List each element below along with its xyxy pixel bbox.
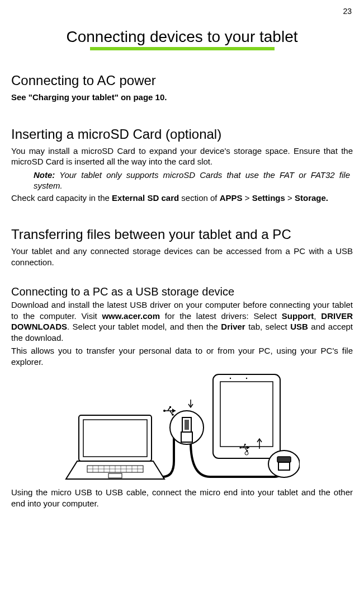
text-fragment: >	[285, 193, 295, 203]
laptop-icon	[66, 415, 164, 479]
note-body: Your tablet only supports microSD Cards …	[34, 170, 350, 191]
svg-rect-22	[181, 432, 192, 442]
svg-point-3	[229, 378, 230, 379]
microsd-p2: Check card capacity in the External SD c…	[11, 193, 353, 204]
svg-rect-18	[108, 473, 122, 478]
text-fragment: tab, select	[245, 322, 291, 331]
document-title: Connecting devices to your tablet	[11, 28, 353, 46]
svg-rect-21	[185, 420, 189, 430]
heading-ac-power: Connecting to AC power	[11, 73, 353, 88]
text-bold: Support	[282, 311, 314, 321]
svg-rect-31	[278, 462, 290, 470]
text-bold: Storage.	[295, 193, 328, 203]
pc-usb-p1: Download and install the latest USB driv…	[11, 299, 353, 343]
text-fragment: section of	[179, 193, 220, 203]
svg-rect-30	[277, 457, 291, 462]
page-number: 23	[343, 7, 352, 16]
usb-connection-illustration	[11, 372, 353, 484]
text-fragment: >	[243, 193, 252, 203]
text-bold: www.acer.com	[102, 311, 160, 321]
microsd-p1: You may install a microSD Card to expand…	[11, 146, 353, 167]
svg-point-37	[246, 450, 248, 452]
heading-pc-usb: Connecting to a PC as a USB storage devi…	[11, 285, 353, 298]
ac-power-text: See "Charging your tablet" on page 10.	[11, 92, 353, 103]
svg-line-27	[170, 411, 172, 414]
microsd-note: Note: Your tablet only supports microSD …	[34, 170, 350, 191]
svg-point-4	[245, 378, 247, 379]
title-underline	[90, 47, 275, 50]
note-label: Note:	[34, 170, 55, 180]
text-fragment: Check card capacity in the	[11, 193, 112, 203]
text-fragment: for the latest drivers: Select	[160, 311, 282, 321]
usb-diagram-svg	[65, 372, 300, 484]
text-fragment: . Select your tablet model, and then the	[67, 322, 221, 331]
heading-microsd: Inserting a microSD Card (optional)	[11, 126, 353, 142]
usb-a-callout-icon	[163, 400, 204, 444]
text-bold: Settings	[252, 193, 285, 203]
transfer-p1: Your tablet and any connected storage de…	[11, 246, 353, 268]
text-bold: Driver	[221, 322, 245, 331]
svg-point-28	[172, 414, 174, 416]
svg-rect-6	[83, 420, 147, 457]
pc-usb-p2: This allows you to transfer your persona…	[11, 345, 353, 367]
tablet-icon	[213, 374, 280, 458]
svg-rect-26	[169, 406, 171, 408]
svg-rect-35	[244, 444, 246, 445]
text-bold: USB	[290, 322, 308, 331]
text-fragment: ,	[314, 311, 321, 321]
text-bold: External SD card	[112, 193, 179, 203]
pc-usb-p3: Using the micro USB to USB cable, connec…	[11, 487, 353, 509]
heading-transfer: Transferring files between your tablet a…	[11, 227, 353, 242]
svg-rect-1	[220, 382, 273, 447]
text-bold: APPS	[220, 193, 243, 203]
